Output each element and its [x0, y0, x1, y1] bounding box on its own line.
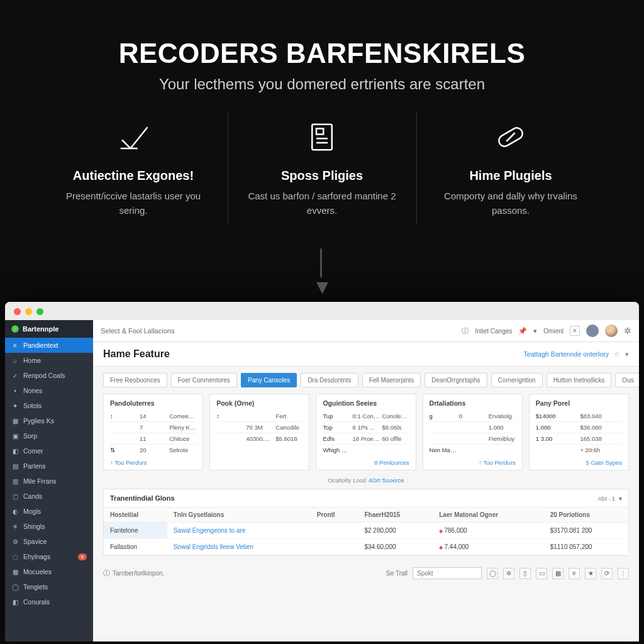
column-header[interactable]: FhaerH2015 [358, 508, 433, 523]
close-icon[interactable]: ✕ [570, 326, 580, 336]
card-row: $14000$83.040 [536, 411, 622, 421]
list-icon[interactable]: ≡ [569, 568, 580, 579]
refresh-icon[interactable]: ⟳ [601, 568, 613, 579]
grid-icon[interactable]: ▦ [552, 568, 564, 579]
footer-bar: ⓘ Tarnber/lorlkinpon. Se Trall ◯ ✲ ▯ ▭ ▦… [93, 562, 639, 584]
tab-8[interactable]: Ous [615, 373, 639, 387]
column-header[interactable]: 20 Poriotions [544, 508, 628, 523]
column-header[interactable]: Tnln Gysetlaions [167, 508, 311, 523]
tab-1[interactable]: Foer Conmentores [171, 373, 237, 387]
sidebar-item-nones[interactable]: • Nones [5, 383, 93, 398]
data-table: HosteitialTnln GysetlaionsProntlFhaerH20… [104, 508, 628, 555]
star-icon[interactable]: ☆ [614, 350, 620, 358]
sidebar-item-comer[interactable]: ◧ Comer [5, 443, 93, 458]
zoom-window-button[interactable] [36, 308, 43, 315]
minimize-window-button[interactable] [25, 308, 32, 315]
card-row: ↕14Comeentiong [110, 411, 196, 421]
circle-icon[interactable]: ◯ [487, 568, 498, 579]
app-window: Bartennple ≡ Pandientext⌂ Home✓ Renpod C… [5, 302, 639, 641]
card-title: Pany Porel [536, 399, 622, 407]
sidebar-item-home[interactable]: ⌂ Home [5, 353, 93, 368]
feature-2: Sposs Pligies Cast us barfon / sarfored … [228, 118, 416, 218]
gear-icon[interactable]: ✲ [624, 326, 631, 336]
summary-card-3: Drtaliationsg0Ervatiolg1.000FiernibluyNe… [423, 394, 523, 470]
close-window-button[interactable] [14, 308, 21, 315]
card-row: Nen Mamnboriot [430, 444, 516, 455]
card-footer-link[interactable]: 5 Gatn Sypes [536, 455, 622, 466]
sidebar-icon: ▥ [11, 478, 19, 485]
chat-icon[interactable]: ▭ [536, 568, 547, 579]
sidebar-item-label: Mogls [23, 508, 41, 515]
tab-4[interactable]: Fell Maerorpints [362, 373, 421, 387]
topbar-link-1[interactable]: Intiet Canges [475, 328, 512, 335]
card-row: g0Ervatiolg [430, 411, 516, 421]
brand-logo-icon [11, 325, 19, 333]
page-header-link[interactable]: Teattagh Bartennde onterlory [524, 350, 609, 358]
sidebar-item-mogls[interactable]: ◐ Mogls [5, 504, 93, 519]
sidebar-icon: ⌂ [11, 357, 19, 364]
sidebar-item-pandientext[interactable]: ≡ Pandientext [5, 338, 93, 353]
check-icon [58, 118, 209, 156]
sidebar-item-mocueles[interactable]: ▦ Mocueles [5, 564, 93, 579]
tab-5[interactable]: DeanOrrgnrtaphs [425, 373, 487, 387]
table-row[interactable]: FanteloneSawal Engengeons to are$2 280,0… [104, 523, 628, 539]
sidebar-item-sotols[interactable]: ✦ Sotols [5, 398, 93, 413]
chevron-down-icon[interactable]: ▾ [625, 350, 629, 358]
hero-title: RECODERS BARFENSKIRELS [38, 38, 606, 69]
chevron-down-icon[interactable]: ▾ [533, 327, 537, 335]
sidebar-item-label: Shingls [23, 523, 45, 530]
topbar-link-2[interactable]: Omienl [543, 328, 564, 335]
brand[interactable]: Bartennple [5, 320, 93, 338]
sidebar-item-shingls[interactable]: ✳ Shingls [5, 519, 93, 534]
more-icon[interactable]: ⋮ [618, 568, 629, 579]
sidebar-icon: ⚙ [11, 538, 19, 545]
column-header[interactable]: Prontl [311, 508, 358, 523]
sidebar: Bartennple ≡ Pandientext⌂ Home✓ Renpod C… [5, 320, 93, 641]
card-row: 40300.200$5.6018 [216, 433, 303, 444]
sidebar-item-label: Conurals [23, 598, 50, 606]
tab-0[interactable]: Free Reoboonces [103, 373, 167, 387]
sidebar-item-sorp[interactable]: ▣ Sorp [5, 428, 93, 443]
main-area: Select & Fool Lallacions ⓘ Intiet Canges… [93, 320, 639, 641]
tab-7[interactable]: Hutton Inetnollicks [547, 373, 612, 387]
card-footer-link[interactable]: ↑ Too Perdurs [110, 455, 196, 466]
filter-icon[interactable]: ✲ [503, 568, 514, 579]
tab-3[interactable]: Dra Desdontnts [301, 373, 358, 387]
sidebar-item-mile frrans[interactable]: ▥ Mile Frrans [5, 474, 93, 489]
sidebar-icon: ▣ [11, 433, 19, 440]
sidebar-icon: ≡ [11, 342, 19, 349]
chevron-down-icon[interactable]: ▾ [619, 495, 622, 502]
tab-2[interactable]: Pany Canxoles [241, 373, 297, 387]
sidebar-item-tengiets[interactable]: ◯ Tengiets [5, 579, 93, 594]
sidebar-item-cands[interactable]: ▢ Cands [5, 489, 93, 504]
card-footer-link[interactable]: ↑ Too Perdurs [430, 455, 516, 466]
column-header[interactable]: Hosteitial [104, 508, 167, 523]
footer-search-input[interactable] [413, 567, 482, 579]
sidebar-icon: ✦ [11, 402, 19, 409]
sidebar-item-label: Home [23, 357, 41, 364]
card-footer-link[interactable]: 8 Penloorces [323, 455, 409, 466]
summary-card-4: Pany Porel$14000$83.0401.000$36.0801 3.0… [529, 394, 629, 470]
pin-icon[interactable]: 📌 [518, 327, 527, 335]
card-row: ↕Fert [216, 411, 303, 421]
sidebar-item-renpod coals[interactable]: ✓ Renpod Coals [5, 368, 93, 383]
sidebar-item-conurals[interactable]: ◧ Conurals [5, 594, 93, 609]
sidebar-item-parlens[interactable]: ▤ Parlens [5, 458, 93, 474]
card-row: ⇅20Selrote [110, 444, 196, 455]
sidebar-icon: ✳ [11, 523, 19, 530]
sidebar-item-pyglies ks[interactable]: ▦ Pyglies Ks [5, 413, 93, 428]
summary-card-2: Oguintion SeeiesTup0:1 ContentionConoleg… [316, 394, 416, 470]
card-row: 70 3MCanodile [216, 421, 303, 433]
sidebar-item-ehylnags[interactable]: ◌ Ehylnags9 [5, 549, 93, 564]
info-icon[interactable]: ⓘ [462, 326, 469, 336]
card-row: Edls18 Proentention60 offle [323, 433, 409, 444]
page-icon[interactable]: ▯ [519, 568, 531, 579]
sidebar-item-spavice[interactable]: ⚙ Spavice [5, 534, 93, 549]
column-header[interactable]: Laer Matonal Ogner [433, 508, 543, 523]
feature-1-body: Presentt/iccive lastarlis user you serin… [58, 189, 209, 218]
avatar-1[interactable] [586, 325, 599, 337]
tab-6[interactable]: Cornerigntion [491, 373, 543, 387]
avatar-2[interactable] [605, 325, 618, 337]
table-row[interactable]: FallastionSowal Engridsls lleew Vetien$3… [104, 539, 628, 555]
star-icon[interactable]: ★ [585, 568, 596, 579]
